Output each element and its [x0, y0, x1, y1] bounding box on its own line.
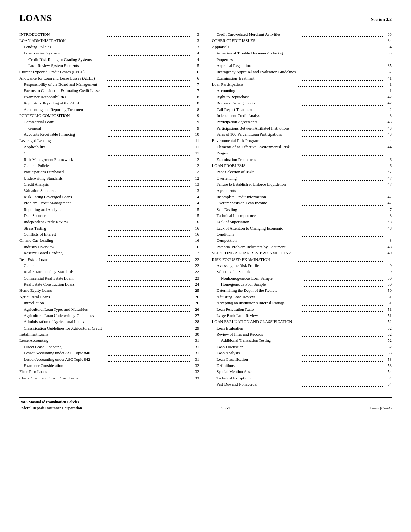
toc-left-column: INTRODUCTION3LOAN ADMINISTRATION3Lending…: [19, 32, 199, 388]
toc-entry: Credit Risk Rating or Grading Systems4: [19, 57, 199, 63]
toc-entry: INTRODUCTION3: [19, 32, 199, 38]
toc-entry: Technical Exceptions54: [212, 375, 392, 381]
toc-entry-page: 31: [191, 338, 199, 344]
toc-entry-page: 51: [384, 313, 392, 319]
toc-entry-text: Regulatory Reporting of the ALLL: [19, 100, 108, 106]
toc-entry-dots: [301, 63, 383, 68]
toc-entry: Regulatory Reporting of the ALLL8: [19, 100, 199, 106]
toc-entry-text: Homogeneous Pool Sample: [212, 281, 303, 288]
toc-entry: General Policies12: [19, 163, 199, 169]
toc-entry-dots: [108, 50, 191, 55]
toc-entry-dots: [106, 288, 191, 293]
toc-entry-dots: [298, 38, 383, 43]
toc-entry-dots: [301, 363, 383, 368]
toc-entry-text: Agricultural Loan Types and Maturities: [19, 307, 108, 313]
toc-entry-text: General: [19, 125, 110, 132]
toc-entry-dots: [301, 357, 383, 362]
toc-entry: Lack of Supervision48: [212, 219, 392, 225]
toc-entry-dots: [106, 338, 191, 343]
toc-entry-page: 23: [191, 275, 199, 281]
toc-entry-page: 30: [191, 331, 199, 338]
toc-entry-dots: [301, 225, 383, 237]
toc-entry: SELECTING A LOAN REVIEW SAMPLE IN A RISK…: [212, 250, 392, 263]
toc-entry-page: 6: [191, 75, 199, 82]
toc-entry: LOAN ADMINISTRATION3: [19, 38, 199, 44]
toc-entry-text: Determining the Depth of the Review: [212, 288, 300, 294]
toc-entry: Past Due and Nonaccrual54: [212, 381, 392, 388]
toc-entry-dots: [106, 369, 191, 374]
toc-entry-text: Recourse Arrangements: [212, 100, 300, 106]
toc-entry-dots: [301, 169, 383, 174]
toc-entry: Risk Management Framework12: [19, 157, 199, 163]
toc-entry-dots: [301, 244, 383, 249]
toc-entry-page: 34: [384, 44, 392, 50]
toc-entry: Underwriting Standards12: [19, 175, 199, 182]
toc-entry-dots: [301, 263, 383, 268]
toc-entry-page: 11: [191, 138, 199, 144]
toc-entry-page: 14: [191, 200, 199, 206]
toc-entry-text: Check Credit and Credit Card Loans: [19, 375, 105, 381]
toc-entry: Environmental Risk Program44: [212, 138, 392, 144]
toc-entry-text: SELECTING A LOAN REVIEW SAMPLE IN A RISK…: [212, 250, 298, 263]
toc-entry-text: Appraisals: [212, 44, 298, 50]
toc-entry-page: 16: [191, 219, 199, 225]
toc-entry-dots: [298, 319, 383, 324]
toc-entry-page: 41: [384, 88, 392, 94]
toc-entry: Additional Transaction Testing52: [212, 338, 392, 344]
toc-entry-page: 51: [384, 294, 392, 300]
toc-entry-text: Installment Loans: [19, 331, 105, 338]
toc-entry-page: 13: [191, 182, 199, 188]
toc-entry: Sales of 100 Percent Loan Participations…: [212, 132, 392, 138]
toc-entry-text: Participations Purchased: [19, 169, 108, 175]
toc-entry-text: Incomplete Credit Information: [212, 194, 300, 200]
toc-entry-text: Participations Between Affiliated Instit…: [212, 125, 300, 132]
toc-entry: Homogeneous Pool Sample50: [212, 281, 392, 288]
toc-entry-dots: [108, 163, 191, 168]
toc-entry-dots: [301, 331, 383, 337]
toc-entry-dots: [108, 232, 191, 237]
toc-entry: Nonhomogeneous Loan Sample50: [212, 275, 392, 281]
toc-entry-dots: [108, 269, 191, 274]
toc-entry-page: 50: [384, 275, 392, 281]
toc-entry: Home Equity Loans25: [19, 288, 199, 294]
toc-entry-page: 8: [191, 107, 199, 113]
toc-entry-page: 48: [384, 238, 392, 244]
toc-entry: Loan Discussion52: [212, 344, 392, 350]
toc-entry-text: Introduction: [19, 300, 108, 306]
toc-entry-dots: [298, 44, 383, 49]
toc-entry-text: Poor Selection of Risks: [212, 169, 300, 175]
toc-entry-dots: [301, 200, 383, 205]
toc-entry-text: Accounting: [212, 88, 300, 94]
toc-entry-page: 22: [191, 269, 199, 275]
toc-entry-page: 11: [191, 144, 199, 150]
toc-entry-page: 52: [384, 325, 392, 331]
toc-entry-text: Accepting an Institution's Internal Rati…: [212, 300, 300, 306]
toc-entry-text: Call Report Treatment: [212, 107, 300, 113]
toc-entry-page: 52: [384, 319, 392, 325]
toc-entry-page: 31: [191, 350, 199, 356]
toc-entry-page: 10: [191, 132, 199, 138]
toc-entry: Loan Analysis53: [212, 350, 392, 356]
toc-entry: Technical Incompetence48: [212, 213, 392, 219]
toc-entry: Examination Treatment41: [212, 75, 392, 82]
toc-entry-text: Loan Analysis: [212, 350, 300, 356]
toc-entry-text: Credit Card-related Merchant Activities: [212, 32, 300, 38]
toc-entry: Oil and Gas Lending16: [19, 238, 199, 244]
toc-entry-text: Overlending: [212, 175, 300, 182]
toc-entry-page: 7: [191, 88, 199, 94]
toc-entry-text: Classification Guidelines for Agricultur…: [19, 325, 108, 331]
toc-entry-text: Appraisal Regulation: [212, 63, 300, 69]
page-header: LOANS Section 3.2: [19, 13, 392, 25]
toc-entry-text: LOAN ADMINISTRATION: [19, 38, 105, 44]
toc-entry: LOAN PROBLEMS46: [212, 163, 392, 169]
toc-entry-page: 37: [384, 69, 392, 75]
toc-entry-text: Lack of Attention to Changing Economic C…: [212, 225, 300, 238]
toc-entry-text: Potential Problem Indicators by Document: [212, 244, 300, 250]
toc-entry-text: Loan Review System Elements: [19, 63, 110, 69]
toc-entry-dots: [301, 207, 383, 212]
toc-entry-dots: [301, 238, 383, 243]
toc-entry-dots: [303, 281, 383, 287]
toc-entry-dots: [108, 107, 191, 112]
toc-entry: Current Expected Credit Losses (CECL)6: [19, 69, 199, 75]
toc-entry-dots: [301, 182, 383, 193]
